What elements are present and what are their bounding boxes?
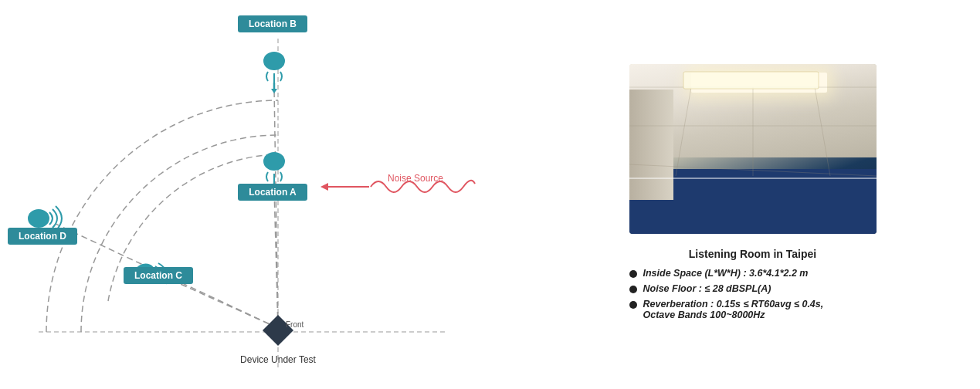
svg-rect-11	[268, 161, 280, 169]
front-label: Front	[286, 320, 304, 329]
room-spec-2: Noise Floor : ≤ 28 dBSPL(A)	[629, 283, 877, 294]
room-spec-2-text: Noise Floor : ≤ 28 dBSPL(A)	[643, 283, 771, 294]
room-photo	[629, 64, 877, 234]
speaker-D	[28, 206, 62, 231]
noise-arrowhead	[320, 183, 328, 191]
bullet-2	[629, 286, 637, 293]
svg-rect-7	[268, 61, 280, 69]
location-c-label: Location C	[134, 270, 182, 281]
bullet-3	[629, 301, 637, 309]
room-spec-3: Reverberation : 0.15s ≤ RT60avg ≤ 0.4s,O…	[629, 299, 877, 320]
bullet-1	[629, 270, 637, 278]
location-d-label: Location D	[19, 231, 66, 242]
svg-rect-24	[683, 72, 819, 89]
room-spec-1: Inside Space (L*W*H) : 3.6*4.1*2.2 m	[629, 268, 877, 279]
photo-panels-svg	[629, 64, 877, 234]
location-b-label: Location B	[249, 19, 297, 29]
noise-source-label: Noise Source	[388, 173, 443, 184]
main-container: Device Under Test Front Location B	[0, 0, 980, 389]
device-label: Device Under Test	[240, 354, 316, 365]
svg-line-1	[274, 189, 278, 328]
speaker-B	[263, 52, 285, 93]
room-title: Listening Room in Taipei	[629, 248, 877, 260]
svg-point-16	[28, 209, 49, 228]
room-info-panel: Listening Room in Taipei Inside Space (L…	[525, 0, 980, 389]
speaker-diagram: Device Under Test Front Location B	[0, 0, 525, 389]
svg-line-19	[676, 87, 691, 176]
room-spec-1-text: Inside Space (L*W*H) : 3.6*4.1*2.2 m	[643, 268, 809, 279]
diagram-panel: Device Under Test Front Location B	[0, 0, 525, 389]
room-spec-3-text: Reverberation : 0.15s ≤ RT60avg ≤ 0.4s,O…	[643, 299, 824, 320]
svg-line-21	[815, 87, 830, 176]
location-a-label: Location A	[249, 187, 297, 198]
svg-marker-9	[271, 89, 277, 93]
room-info-text: Listening Room in Taipei Inside Space (L…	[629, 248, 877, 325]
device-diamond	[263, 315, 293, 346]
